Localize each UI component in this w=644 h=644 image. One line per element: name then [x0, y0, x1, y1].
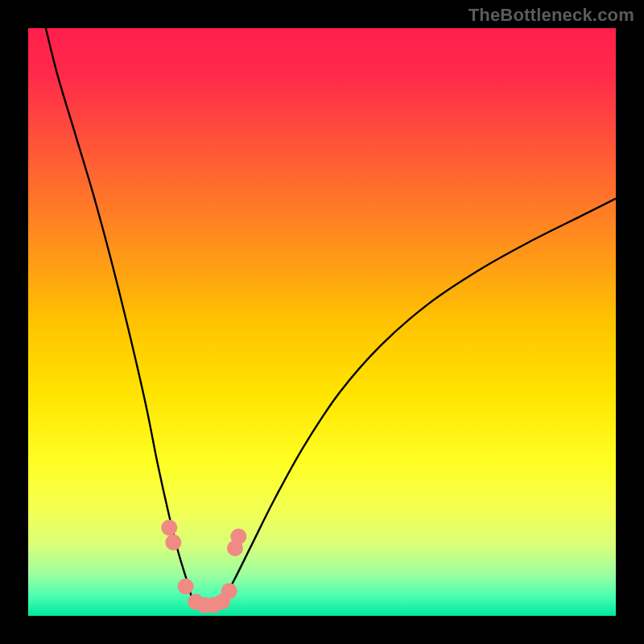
- marker-dot: [178, 579, 194, 595]
- plot-area: [28, 28, 616, 616]
- marker-dot: [230, 528, 246, 544]
- marker-dot: [161, 520, 177, 536]
- marker-dot: [221, 583, 237, 599]
- marker-dot: [165, 535, 181, 551]
- watermark-text: TheBottleneck.com: [469, 5, 634, 26]
- outer-frame: TheBottleneck.com: [0, 0, 644, 644]
- marker-layer: [28, 28, 616, 616]
